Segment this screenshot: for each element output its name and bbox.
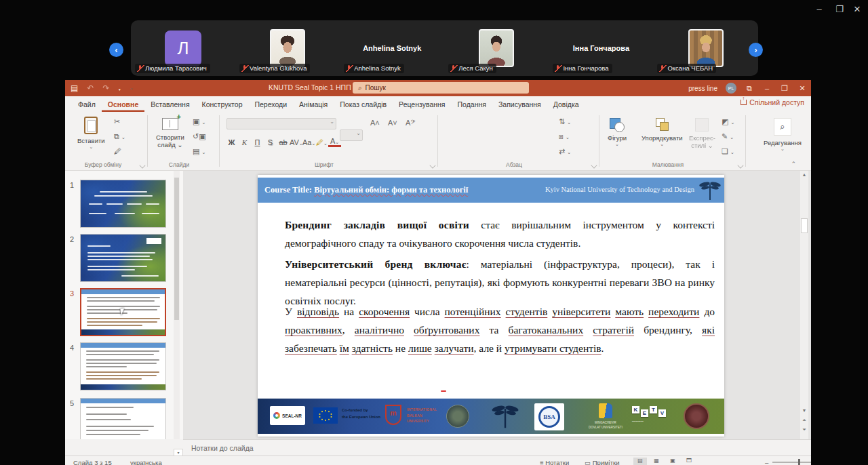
clipboard-dialog-launcher[interactable] (139, 162, 145, 168)
text-shadow-button[interactable]: S (264, 138, 277, 146)
ppt-close-button[interactable]: ✕ (797, 84, 807, 93)
notes-toggle[interactable]: ≡ Нотатки (540, 459, 569, 465)
comments-toggle[interactable]: ▭ Примітки (585, 459, 620, 465)
font-name-select[interactable] (226, 118, 336, 129)
participant-tile[interactable]: ЛЛюдмила Тарасович (131, 20, 235, 76)
paragraph-dialog-launcher[interactable] (591, 162, 597, 168)
change-case-button[interactable]: Aa⌄ (302, 138, 315, 146)
tab-Конструктор[interactable]: Конструктор (196, 98, 249, 112)
shrink-font-icon[interactable]: A˅ (388, 119, 397, 127)
tab-Переходи[interactable]: Переходи (248, 98, 293, 112)
copy-icon[interactable]: ⧉ ⌄ (114, 133, 125, 140)
tab-Вставлення[interactable]: Вставлення (144, 98, 195, 112)
account-avatar[interactable]: PL (726, 83, 736, 94)
smartart-convert-icon[interactable]: ⇄ ⌄ (559, 148, 571, 155)
slide-canvas[interactable]: Course Title: Віртуальний обмін: форми т… (258, 175, 724, 437)
bold-button[interactable]: Ж (225, 138, 238, 146)
shape-outline-icon[interactable]: ✎ ⌄ (722, 133, 734, 140)
tab-Довідка[interactable]: Довідка (547, 98, 585, 112)
participant-tile[interactable]: Оксана ЧЕБАН (653, 20, 757, 76)
next-slide-icon[interactable]: ⏷ (800, 426, 808, 434)
tab-Записування[interactable]: Записування (492, 98, 547, 112)
text-direction-icon[interactable]: ⇅ ⌄ (559, 118, 571, 125)
scrollbar-thumb[interactable] (801, 218, 808, 233)
font-size-select[interactable] (340, 129, 363, 141)
search-input[interactable]: ⌕ Пошук (353, 82, 529, 94)
clear-formatting-icon[interactable]: A𝄢 (406, 119, 415, 127)
save-icon[interactable]: ▤ (71, 83, 78, 93)
collapse-ribbon-icon[interactable]: ⌃ (791, 161, 796, 167)
new-slide-button[interactable]: Створити слайд ⌄ (156, 118, 184, 148)
share-button[interactable]: Спільний доступ (741, 98, 804, 106)
quick-styles-button[interactable]: Експрес- стилі ⌄ (689, 118, 715, 149)
shape-effects-icon[interactable]: ❏ ⌄ (722, 148, 734, 155)
tab-Показ слайдів[interactable]: Показ слайдів (334, 98, 393, 112)
tab-Рецензування[interactable]: Рецензування (393, 98, 451, 112)
zoom-slider[interactable] (772, 462, 811, 463)
slide-scrollbar[interactable]: ▲ ▼ ⏶ ⏷ (800, 171, 808, 439)
layout-icon[interactable]: ▣ ⌄ (193, 118, 205, 125)
reset-slide-icon[interactable]: ↺▣ (193, 133, 206, 140)
participant-tile[interactable]: Valentyna Glukhova (235, 20, 340, 76)
character-spacing-button[interactable]: AV⌄ (290, 138, 302, 146)
window-minimize-button[interactable]: – (812, 4, 826, 14)
tab-Файл[interactable]: Файл (72, 98, 102, 112)
align-text-icon[interactable]: ⧈ ⌄ (559, 133, 570, 140)
ppt-restore-button[interactable]: ❐ (780, 84, 789, 93)
reading-view-icon[interactable]: ▣ (666, 458, 679, 465)
participant-tile[interactable]: Леся Сакун (444, 20, 549, 76)
editing-button[interactable]: ⌕ Редагування⌄ (764, 118, 802, 152)
paste-button[interactable]: Вставити ⌄ (77, 117, 105, 150)
notes-bar[interactable]: Нотатки до слайда (183, 439, 811, 456)
paragraph-group: ⇅ ⌄ ⧈ ⌄ ⇄ ⌄ Абзац (438, 113, 599, 170)
scroll-up-icon[interactable]: ▲ (800, 171, 808, 179)
tab-Анімація[interactable]: Анімація (293, 98, 334, 112)
slideshow-icon[interactable]: 𝅏 (118, 83, 121, 93)
highlight-color-button[interactable]: 🖉⌄ (315, 138, 328, 146)
slide-thumbnail-2[interactable] (80, 234, 166, 282)
normal-view-icon[interactable]: ▤ (633, 458, 647, 465)
filmstrip-next-icon[interactable]: › (749, 43, 763, 57)
tab-Подання[interactable]: Подання (452, 98, 492, 112)
underline-button[interactable]: П (251, 138, 264, 146)
ribbon-display-options-icon[interactable]: ⧉ (745, 84, 754, 93)
slide-thumbnail-1[interactable] (80, 180, 166, 228)
tab-Основне[interactable]: Основне (102, 98, 144, 112)
font-color-button[interactable]: A⌄ (328, 137, 341, 147)
strikethrough-button[interactable]: ab (277, 138, 290, 146)
section-icon[interactable]: ▤ ⌄ (193, 148, 205, 155)
ketv-tile: E (641, 409, 648, 417)
thumbnail-scrollbar[interactable] (174, 171, 180, 439)
account-name[interactable]: press line (688, 85, 717, 92)
grow-font-icon[interactable]: A˄ (370, 119, 380, 127)
filmstrip-previous-icon[interactable]: ‹ (109, 43, 123, 57)
slide-thumbnail-5[interactable] (80, 398, 166, 439)
font-dialog-launcher[interactable] (429, 162, 435, 168)
slideshow-view-icon[interactable]: 🗖 (682, 458, 696, 465)
format-painter-icon[interactable]: 🖉 (114, 148, 121, 155)
slide-sorter-view-icon[interactable]: ▦ (650, 458, 663, 465)
scroll-down-icon[interactable]: ▼ (800, 407, 808, 415)
italic-button[interactable]: К (238, 138, 251, 146)
window-close-button[interactable]: ✕ (850, 4, 864, 14)
window-restore-button[interactable]: ❐ (833, 4, 846, 14)
shape-fill-icon[interactable]: ◩ ⌄ (722, 118, 734, 125)
arrange-button[interactable]: Упорядкувати⌄ (642, 118, 683, 147)
qat-customize-icon[interactable]: ⌄ (130, 85, 134, 91)
slide-thumbnail-4[interactable] (80, 342, 166, 390)
proofing-mark (441, 390, 446, 392)
shapes-button[interactable]: Фігури⌄ (608, 118, 627, 147)
participant-tile[interactable]: Anhelina SotnykAnhelina Sotnyk (340, 20, 444, 76)
cut-icon[interactable]: ✂ (114, 118, 120, 125)
redo-icon[interactable]: ↷ (102, 83, 109, 93)
previous-slide-icon[interactable]: ⏶ (800, 416, 808, 424)
participant-tile[interactable]: Інна ГончароваІнна Гончарова (549, 20, 653, 76)
ppt-minimize-button[interactable]: – (762, 84, 772, 92)
language-indicator[interactable]: українська (130, 459, 162, 465)
ketv-tile: K (632, 406, 639, 413)
undo-icon[interactable]: ↶ (87, 83, 94, 93)
slide-thumbnail-3[interactable] (80, 288, 166, 336)
zoom-out-icon[interactable]: – (765, 459, 768, 465)
participant-name-center: Anhelina Sotnyk (363, 44, 421, 52)
drawing-dialog-launcher[interactable] (737, 162, 743, 168)
